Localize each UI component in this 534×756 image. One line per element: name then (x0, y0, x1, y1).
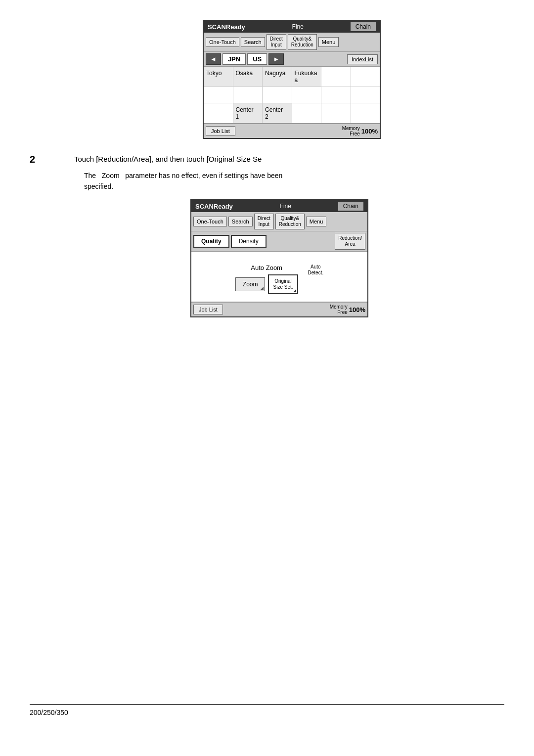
panel2-chain[interactable]: Chain (338, 202, 363, 211)
zoom-button[interactable]: Zoom (235, 277, 266, 291)
grid-cell-tokyo[interactable]: Tokyo (204, 67, 233, 87)
step-number-2: 2 (30, 154, 35, 165)
step2-note: The Zoom parameter has no effect, even i… (84, 170, 504, 192)
job-list-button-1[interactable]: Job List (206, 126, 235, 136)
panel2-fine: Fine (280, 203, 291, 210)
zoom-area: Auto Zoom Zoom Original Size Set. (191, 252, 367, 302)
index-list-button[interactable]: IndexList (347, 54, 378, 64)
quality-button[interactable]: Quality (193, 235, 229, 248)
panel-1: SCANReady Fine Chain One-Touch Search Di… (203, 20, 381, 139)
grid-cell-r2-5 (321, 87, 351, 103)
one-touch-button[interactable]: One-Touch (206, 37, 239, 47)
panel2-toolbar: One-Touch Search Direct Input Quality& R… (191, 212, 367, 231)
search-button[interactable]: Search (241, 37, 265, 47)
grid-cell-center1[interactable]: Center1 (233, 103, 263, 123)
panel1-title: SCANReady (208, 23, 245, 31)
panel1-footer: Job List Memory Free 100% (204, 124, 380, 138)
panel2-quality-row: Quality Density Reduction/ Area (191, 231, 367, 252)
grid-cell-empty-2 (351, 67, 380, 87)
grid-cell-r3-5 (321, 103, 351, 123)
grid-cell-r3-6 (351, 103, 380, 123)
memory-pct-1: 100% (361, 128, 378, 135)
menu-button[interactable]: Menu (318, 37, 339, 47)
panel-2: SCANReady Fine Chain One-Touch Search Di… (190, 199, 368, 317)
memory-label-2: Memory Free (330, 304, 348, 315)
original-size-button[interactable]: Original Size Set. (268, 274, 298, 294)
one-touch-button-2[interactable]: One-Touch (193, 217, 227, 226)
grid-cell-r3-1 (204, 103, 233, 123)
grid-cell-r2-6 (351, 87, 380, 103)
auto-zoom-label: Auto Zoom (251, 264, 282, 271)
step-2-section: 2 Touch [Reduction/Area], and then touch… (30, 154, 504, 317)
panel2-header: SCANReady Fine Chain (191, 200, 367, 212)
direct-input-button[interactable]: Direct Input (267, 34, 286, 50)
quality-reduction-button[interactable]: Quality& Reduction (288, 34, 317, 50)
panel1-fine: Fine (292, 23, 304, 30)
grid-cell-r3-4 (292, 103, 322, 123)
lang1-display: JPN (222, 53, 246, 65)
grid-cell-osaka[interactable]: Osaka (233, 67, 263, 87)
grid-row-3: Center1 Center2 (204, 103, 380, 123)
grid-cell-nagoya[interactable]: Nagoya (263, 67, 292, 87)
menu-button-2[interactable]: Menu (306, 217, 327, 226)
reduction-area-button[interactable]: Reduction/ Area (335, 233, 365, 250)
memory-display-1: Memory Free 100% (342, 126, 378, 136)
grid-cell-empty-1 (321, 67, 351, 87)
density-button[interactable]: Density (231, 235, 267, 248)
quality-reduction-button-2[interactable]: Quality& Reduction (275, 214, 305, 229)
auto-detect-label: Auto Detect. (308, 264, 324, 276)
grid-cell-fukuoka[interactable]: Fukuokaa (292, 67, 322, 87)
grid-cell-r2-4 (292, 87, 322, 103)
memory-display-2: Memory Free 100% (330, 304, 365, 315)
lang2-display: US (247, 53, 267, 65)
panel2-footer: Job List Memory Free 100% (191, 302, 367, 316)
panel1-chain[interactable]: Chain (351, 22, 376, 31)
step2-text: Touch [Reduction/Area], and then touch [… (74, 154, 504, 165)
job-list-button-2[interactable]: Job List (193, 305, 223, 314)
search-button-2[interactable]: Search (228, 217, 253, 226)
panel1-grid: Tokyo Osaka Nagoya Fukuokaa (204, 67, 380, 124)
memory-label-1: Memory Free (342, 126, 360, 136)
grid-cell-r2-2 (233, 87, 263, 103)
memory-pct-2: 100% (349, 306, 365, 313)
forward-arrow-button[interactable]: ► (268, 53, 284, 65)
grid-row-2 (204, 87, 380, 103)
page-footer: 200/250/350 (30, 704, 504, 716)
page-number: 200/250/350 (30, 709, 68, 716)
panel1-toolbar: One-Touch Search Direct Input Quality& R… (204, 33, 380, 52)
panel2-title: SCANReady (195, 203, 233, 210)
grid-row-1: Tokyo Osaka Nagoya Fukuokaa (204, 67, 380, 87)
grid-cell-center2[interactable]: Center2 (263, 103, 292, 123)
panel1-header: SCANReady Fine Chain (204, 21, 380, 33)
direct-input-button-2[interactable]: Direct Input (254, 214, 274, 229)
grid-cell-r2-3 (263, 87, 292, 103)
panel1-nav-row: ◄ JPN US ► IndexList (204, 52, 380, 67)
grid-cell-r2-1 (204, 87, 233, 103)
back-arrow-button[interactable]: ◄ (206, 53, 221, 65)
